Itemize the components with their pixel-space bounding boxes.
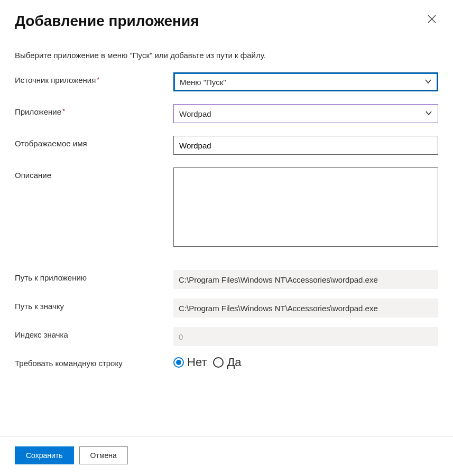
- application-select[interactable]: Wordpad: [173, 104, 438, 123]
- radio-yes-label: Да: [227, 356, 241, 369]
- description-label: Описание: [15, 167, 173, 180]
- radio-icon: [173, 357, 184, 368]
- icon-index-label: Индекс значка: [15, 327, 173, 339]
- app-source-select[interactable]: Меню "Пуск": [173, 72, 438, 91]
- chevron-down-icon: [425, 109, 432, 118]
- icon-path-label: Путь к значку: [15, 298, 173, 311]
- app-path-value: C:\Program Files\Windows NT\Accessories\…: [173, 270, 438, 289]
- radio-yes[interactable]: Да: [213, 356, 241, 369]
- application-value: Wordpad: [179, 109, 211, 118]
- dialog-subtitle: Выберите приложение в меню "Пуск" или до…: [0, 30, 453, 72]
- require-cmdline-group: Нет Да: [173, 356, 438, 369]
- save-button[interactable]: Сохранить: [15, 446, 74, 464]
- app-path-label: Путь к приложению: [15, 270, 173, 282]
- description-input[interactable]: [173, 167, 438, 247]
- display-name-input[interactable]: [173, 136, 438, 155]
- require-cmdline-label: Требовать командную строку: [15, 356, 173, 368]
- icon-index-value: 0: [173, 327, 438, 346]
- application-label: Приложение: [15, 104, 173, 116]
- app-source-value: Меню "Пуск": [180, 78, 226, 87]
- radio-icon: [213, 357, 224, 368]
- display-name-label: Отображаемое имя: [15, 136, 173, 148]
- icon-path-value: C:\Program Files\Windows NT\Accessories\…: [173, 298, 438, 318]
- cancel-button[interactable]: Отмена: [79, 446, 128, 464]
- close-button[interactable]: [426, 13, 438, 27]
- app-source-label: Источник приложения: [15, 72, 173, 85]
- close-icon: [428, 16, 436, 25]
- dialog-title: Добавление приложения: [15, 13, 199, 30]
- radio-no-label: Нет: [187, 356, 207, 369]
- chevron-down-icon: [424, 78, 432, 87]
- radio-no[interactable]: Нет: [173, 356, 207, 369]
